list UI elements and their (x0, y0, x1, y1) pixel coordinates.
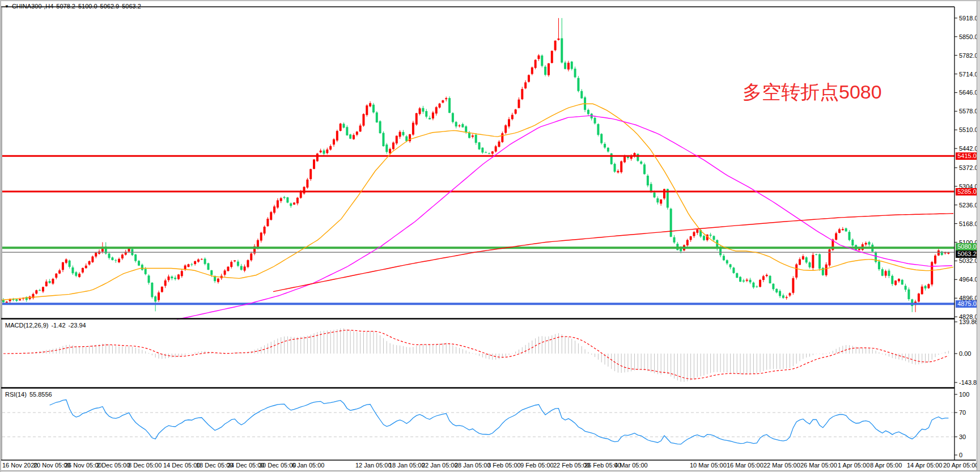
candle-down (712, 236, 715, 240)
candle-up (42, 287, 44, 291)
candle-up (620, 161, 622, 172)
candle-up (515, 109, 517, 113)
time-axis-label: 2 Dec 05:00 (96, 462, 130, 469)
candle-up (511, 115, 514, 120)
candle-down (587, 110, 589, 114)
candle-up (554, 41, 557, 50)
time-axis-label: 14 Apr 05:00 (907, 462, 942, 469)
candle-down (478, 142, 481, 149)
price-level-tag: 5063.2 (956, 250, 978, 258)
candle-up (366, 105, 368, 115)
symbol-name: CHINA300-,H4 (12, 3, 53, 10)
candle-up (399, 132, 401, 137)
candle-down (349, 134, 351, 138)
candle-up (303, 187, 306, 194)
candle-down (488, 154, 490, 154)
candle-down (461, 124, 464, 127)
candle-down (647, 176, 649, 185)
candle-down (756, 287, 758, 287)
candle-up (432, 113, 434, 119)
candle-down (868, 242, 870, 244)
candle-up (280, 198, 282, 201)
candle-up (197, 260, 200, 262)
candle-up (548, 63, 550, 75)
candle-down (151, 283, 153, 297)
price-axis-label: 5372.0 (959, 164, 978, 171)
candle-up (442, 100, 444, 103)
candle-up (95, 253, 97, 257)
candle-down (204, 259, 206, 264)
time-axis-label: 26 Mar 05:00 (800, 462, 837, 469)
candle-up (835, 233, 837, 240)
candle-up (227, 267, 229, 271)
candle-down (594, 118, 596, 124)
candle-up (696, 229, 698, 233)
candle-up (329, 146, 332, 150)
candle-down (656, 198, 659, 202)
time-axis-label: 28 Jan 05:00 (455, 462, 491, 469)
candle-up (858, 249, 860, 250)
candle-down (670, 209, 672, 236)
candle-up (194, 261, 196, 264)
candle-up (537, 56, 540, 59)
candle-up (551, 51, 553, 63)
candle-up (201, 259, 203, 260)
candle-up (898, 279, 900, 281)
candle-up (392, 143, 394, 149)
candle-up (412, 123, 414, 135)
macd-panel-label: MACD(12,26,9) -1.42 -23.94 (5, 322, 86, 329)
candle-down (571, 62, 573, 69)
candle-up (472, 135, 474, 137)
candle-down (851, 240, 854, 245)
candle-up (491, 151, 494, 154)
candle-down (604, 144, 606, 147)
candle-down (775, 289, 778, 292)
candle-down (174, 278, 176, 279)
time-axis-label: 3 Feb 05:00 (487, 462, 521, 469)
candle-down (154, 296, 156, 301)
rsi-name: RSI(14) (5, 391, 27, 398)
price-axis-label: 5918.0 (959, 15, 978, 22)
candle-down (382, 133, 384, 147)
candle-up (300, 192, 302, 198)
candle-up (181, 271, 183, 276)
candle-down (610, 154, 613, 164)
candle-up (264, 227, 266, 233)
candle-up (792, 278, 794, 293)
indicator-axis-label: 100 (959, 391, 969, 398)
candle-down (323, 151, 325, 154)
price-axis-label: 4964.0 (959, 276, 978, 283)
time-axis-label: 22 Mar 05:00 (763, 462, 800, 469)
macd-name: MACD(12,26,9) (5, 322, 48, 329)
candle-down (372, 105, 375, 113)
candle-down (643, 164, 646, 174)
candle-down (845, 228, 847, 231)
candle-down (637, 154, 639, 160)
candle-down (141, 265, 143, 270)
macd-signal-value: -23.94 (69, 322, 86, 329)
fast-ma-line[interactable] (1, 104, 953, 300)
candle-up (168, 277, 170, 280)
candle-down (286, 197, 289, 202)
candle-up (266, 219, 269, 226)
candle-down (402, 132, 404, 135)
candle-up (85, 266, 87, 268)
candle-down (138, 261, 140, 265)
candle-up (356, 131, 358, 134)
price-axis-label: 5510.0 (959, 126, 978, 133)
candle-up (746, 280, 748, 281)
candle-up (369, 103, 371, 107)
symbol-marker-icon[interactable]: ▼ (5, 4, 9, 9)
candle-up (161, 287, 163, 292)
candle-down (385, 144, 388, 152)
candle-down (901, 280, 903, 284)
candle-up (78, 274, 80, 277)
candle-down (911, 299, 913, 306)
chart-window: ▼ CHINA300-,H4 5078.2 5100.0 5062.9 5063… (0, 0, 980, 472)
candle-down (564, 62, 566, 69)
candle-up (521, 89, 523, 99)
candle-down (749, 280, 752, 283)
indicator-axis-label: 30 (959, 433, 966, 440)
chart-canvas[interactable] (1, 1, 980, 472)
candle-down (69, 261, 71, 267)
